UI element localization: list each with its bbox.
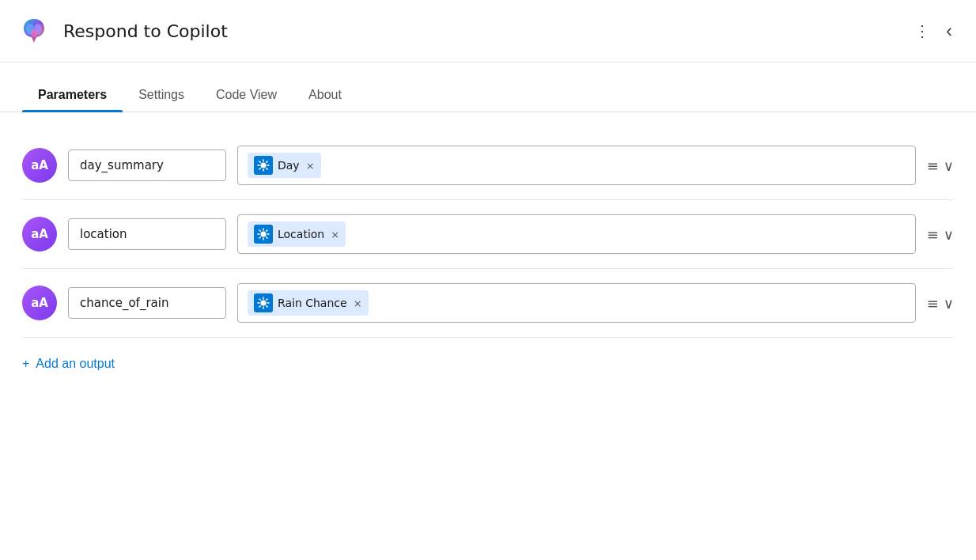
svg-line-27 bbox=[259, 299, 260, 300]
avatar-label: aA bbox=[31, 158, 48, 172]
svg-point-13 bbox=[261, 232, 267, 237]
token-icon-location bbox=[254, 225, 273, 244]
menu-icon-day[interactable]: ≡ bbox=[927, 157, 939, 174]
content-area: aA day_summary bbox=[0, 112, 976, 390]
chevron-down-icon-day[interactable]: ∨ bbox=[944, 157, 954, 174]
back-button[interactable]: ‹ bbox=[941, 15, 957, 47]
svg-line-29 bbox=[259, 306, 260, 307]
token-chip-day: Day × bbox=[248, 153, 321, 178]
more-button[interactable]: ⋮ bbox=[910, 17, 935, 45]
token-label-location: Location bbox=[278, 228, 324, 240]
avatar-rain: aA bbox=[22, 286, 57, 320]
svg-line-21 bbox=[267, 230, 267, 231]
chevron-down-icon-rain[interactable]: ∨ bbox=[944, 295, 954, 312]
row-actions-rain: ≡ ∨ bbox=[927, 295, 954, 312]
tab-code-view[interactable]: Code View bbox=[200, 78, 293, 112]
tabs-bar: Parameters Settings Code View About bbox=[0, 78, 976, 112]
plus-icon: + bbox=[22, 357, 29, 371]
value-box-day-summary[interactable]: Day × bbox=[237, 146, 916, 185]
token-label-day: Day bbox=[278, 159, 300, 172]
tab-parameters[interactable]: Parameters bbox=[22, 78, 123, 112]
svg-line-20 bbox=[259, 237, 260, 238]
token-close-day[interactable]: × bbox=[306, 160, 315, 172]
param-name-location[interactable]: location bbox=[68, 218, 226, 250]
token-label-rain: Rain Chance bbox=[278, 297, 347, 309]
svg-line-11 bbox=[259, 168, 260, 169]
avatar-location: aA bbox=[22, 217, 57, 252]
menu-icon-location[interactable]: ≡ bbox=[927, 226, 939, 243]
svg-line-9 bbox=[259, 161, 260, 162]
output-row-day-summary: aA day_summary bbox=[22, 131, 954, 200]
svg-point-22 bbox=[261, 301, 267, 306]
svg-line-18 bbox=[259, 230, 260, 231]
svg-line-10 bbox=[267, 168, 267, 169]
svg-point-4 bbox=[261, 163, 267, 168]
avatar-day-summary: aA bbox=[22, 148, 57, 183]
tab-about[interactable]: About bbox=[293, 78, 357, 112]
token-close-location[interactable]: × bbox=[331, 229, 339, 240]
svg-line-30 bbox=[267, 299, 267, 300]
token-icon-rain bbox=[254, 293, 273, 312]
value-box-rain[interactable]: Rain Chance × bbox=[237, 283, 916, 323]
add-output-label: Add an output bbox=[36, 357, 115, 371]
svg-line-19 bbox=[267, 237, 267, 238]
output-row-rain: aA chance_of_rain bbox=[22, 269, 954, 338]
add-output-button[interactable]: + Add an output bbox=[22, 357, 115, 371]
token-icon-day bbox=[254, 156, 273, 175]
svg-line-28 bbox=[267, 306, 267, 307]
avatar-label-rain: aA bbox=[31, 296, 48, 310]
svg-line-12 bbox=[267, 161, 267, 162]
svg-point-3 bbox=[31, 29, 37, 37]
menu-icon-rain[interactable]: ≡ bbox=[927, 295, 939, 312]
header-left: Respond to Copilot bbox=[16, 13, 228, 49]
tab-settings[interactable]: Settings bbox=[123, 78, 200, 112]
header-actions: ⋮ ‹ bbox=[910, 15, 957, 47]
param-name-rain[interactable]: chance_of_rain bbox=[68, 287, 226, 319]
app-logo bbox=[16, 13, 52, 49]
row-actions-day: ≡ ∨ bbox=[927, 157, 954, 174]
token-close-rain[interactable]: × bbox=[354, 297, 362, 309]
param-name-day-summary[interactable]: day_summary bbox=[68, 149, 226, 181]
page-title: Respond to Copilot bbox=[63, 21, 228, 41]
token-chip-rain: Rain Chance × bbox=[248, 290, 369, 316]
avatar-label-location: aA bbox=[31, 227, 48, 241]
header: Respond to Copilot ⋮ ‹ bbox=[0, 0, 976, 62]
token-chip-location: Location × bbox=[248, 221, 346, 247]
value-box-location[interactable]: Location × bbox=[237, 214, 916, 254]
row-actions-location: ≡ ∨ bbox=[927, 226, 954, 243]
output-row-location: aA location Lo bbox=[22, 200, 954, 269]
chevron-down-icon-location[interactable]: ∨ bbox=[944, 226, 954, 243]
